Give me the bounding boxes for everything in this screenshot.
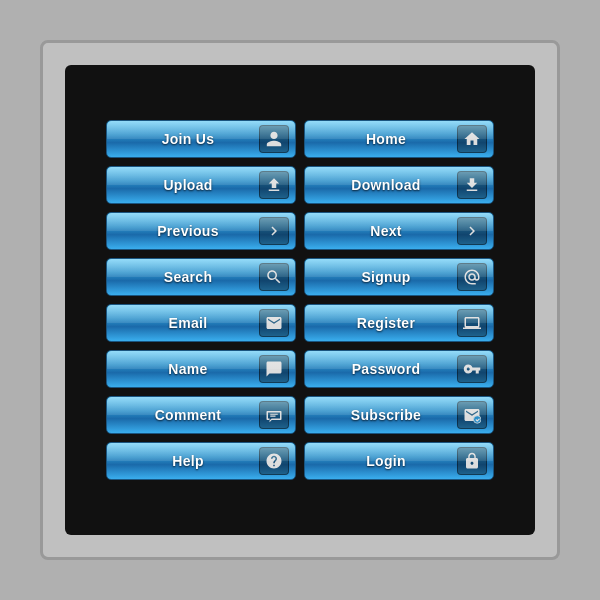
login-label: Login <box>315 453 457 469</box>
password-button[interactable]: Password <box>304 350 494 388</box>
download-button[interactable]: Download <box>304 166 494 204</box>
previous-button[interactable]: Previous <box>106 212 296 250</box>
search-label: Search <box>117 269 259 285</box>
name-label: Name <box>117 361 259 377</box>
upload-button[interactable]: Upload <box>106 166 296 204</box>
name-button[interactable]: Name <box>106 350 296 388</box>
comment-label: Comment <box>117 407 259 423</box>
password-label: Password <box>315 361 457 377</box>
search-button[interactable]: Search <box>106 258 296 296</box>
download-label: Download <box>315 177 457 193</box>
email-icon <box>259 309 289 337</box>
chevron-right-icon <box>457 217 487 245</box>
join-us-label: Join Us <box>117 131 259 147</box>
email-button[interactable]: Email <box>106 304 296 342</box>
svg-point-2 <box>474 416 482 424</box>
inner-panel: Join UsHomeUploadDownloadPreviousNextSea… <box>65 65 535 535</box>
chevron-right-icon <box>259 217 289 245</box>
home-label: Home <box>315 131 457 147</box>
upload-label: Upload <box>117 177 259 193</box>
next-button[interactable]: Next <box>304 212 494 250</box>
comment-icon <box>259 401 289 429</box>
home-button[interactable]: Home <box>304 120 494 158</box>
comment-button[interactable]: Comment <box>106 396 296 434</box>
signup-button[interactable]: Signup <box>304 258 494 296</box>
help-icon <box>259 447 289 475</box>
subscribe-icon <box>457 401 487 429</box>
lock-icon <box>457 447 487 475</box>
download-icon <box>457 171 487 199</box>
button-grid: Join UsHomeUploadDownloadPreviousNextSea… <box>96 110 504 490</box>
email-label: Email <box>117 315 259 331</box>
help-button[interactable]: Help <box>106 442 296 480</box>
at-icon <box>457 263 487 291</box>
search-icon <box>259 263 289 291</box>
laptop-icon <box>457 309 487 337</box>
next-label: Next <box>315 223 457 239</box>
join-us-button[interactable]: Join Us <box>106 120 296 158</box>
help-label: Help <box>117 453 259 469</box>
subscribe-button[interactable]: Subscribe <box>304 396 494 434</box>
upload-icon <box>259 171 289 199</box>
signup-label: Signup <box>315 269 457 285</box>
register-label: Register <box>315 315 457 331</box>
chat-icon <box>259 355 289 383</box>
register-button[interactable]: Register <box>304 304 494 342</box>
outer-frame: Join UsHomeUploadDownloadPreviousNextSea… <box>40 40 560 560</box>
person-icon <box>259 125 289 153</box>
previous-label: Previous <box>117 223 259 239</box>
home-icon <box>457 125 487 153</box>
login-button[interactable]: Login <box>304 442 494 480</box>
subscribe-label: Subscribe <box>315 407 457 423</box>
key-icon <box>457 355 487 383</box>
